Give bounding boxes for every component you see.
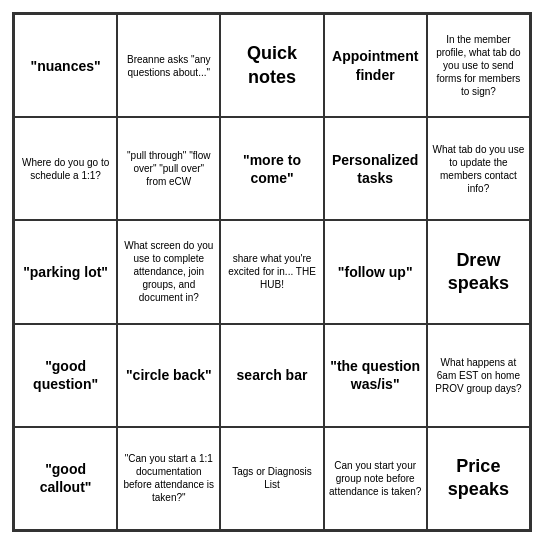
bingo-cell-22: Tags or Diagnosis List xyxy=(220,427,323,530)
bingo-cell-16: "circle back" xyxy=(117,324,220,427)
bingo-cell-5: Where do you go to schedule a 1:1? xyxy=(14,117,117,220)
bingo-cell-19: What happens at 6am EST on home PROV gro… xyxy=(427,324,530,427)
bingo-cell-3: Appointment finder xyxy=(324,14,427,117)
bingo-cell-4: In the member profile, what tab do you u… xyxy=(427,14,530,117)
bingo-cell-12: share what you're excited for in... THE … xyxy=(220,220,323,323)
bingo-cell-17: search bar xyxy=(220,324,323,427)
bingo-cell-8: Personalized tasks xyxy=(324,117,427,220)
bingo-cell-10: "parking lot" xyxy=(14,220,117,323)
bingo-cell-18: "the question was/is" xyxy=(324,324,427,427)
bingo-cell-6: "pull through" "flow over" "pull over" f… xyxy=(117,117,220,220)
bingo-cell-2: Quick notes xyxy=(220,14,323,117)
bingo-cell-20: "good callout" xyxy=(14,427,117,530)
bingo-cell-1: Breanne asks "any questions about..." xyxy=(117,14,220,117)
bingo-cell-21: "Can you start a 1:1 documentation befor… xyxy=(117,427,220,530)
bingo-cell-11: What screen do you use to complete atten… xyxy=(117,220,220,323)
bingo-cell-15: "good question" xyxy=(14,324,117,427)
bingo-cell-24: Price speaks xyxy=(427,427,530,530)
bingo-cell-13: "follow up" xyxy=(324,220,427,323)
bingo-cell-0: "nuances" xyxy=(14,14,117,117)
bingo-cell-7: "more to come" xyxy=(220,117,323,220)
bingo-cell-9: What tab do you use to update the member… xyxy=(427,117,530,220)
bingo-board: "nuances"Breanne asks "any questions abo… xyxy=(12,12,532,532)
bingo-cell-23: Can you start your group note before att… xyxy=(324,427,427,530)
bingo-grid: "nuances"Breanne asks "any questions abo… xyxy=(14,14,530,530)
bingo-cell-14: Drew speaks xyxy=(427,220,530,323)
